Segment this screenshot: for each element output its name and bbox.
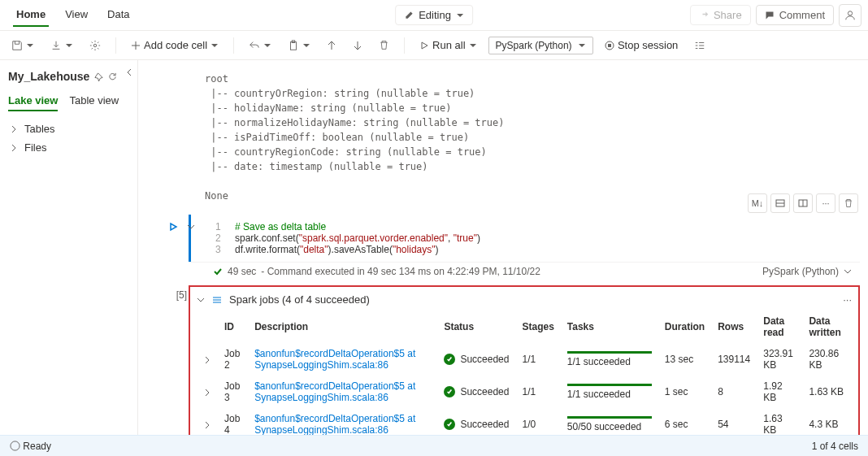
move-cell-down-button[interactable] [348, 37, 367, 54]
kernel-select[interactable]: PySpark (Python) [488, 37, 593, 54]
more-button[interactable]: ··· [816, 193, 835, 213]
clipboard-button[interactable] [283, 37, 315, 54]
tables-node[interactable]: Tables [8, 119, 129, 138]
panel-icon [775, 198, 785, 208]
job-description-link[interactable]: $anonfun$recordDeltaOperation$5 at Synap… [254, 348, 415, 371]
play-icon [419, 41, 429, 50]
pin-icon[interactable] [94, 72, 103, 81]
svg-rect-5 [608, 44, 611, 47]
delete-cell-button[interactable] [374, 37, 394, 54]
spark-jobs-header: Spark jobs (4 of 4 succeeded) [229, 293, 370, 306]
job-description-link[interactable]: $anonfun$recordDeltaOperation$5 at Synap… [254, 380, 415, 403]
sidebar: My_Lakehouse Lake view Table view Tables… [0, 60, 138, 435]
task-progress-bar [567, 416, 652, 419]
table-row: Job 2 $anonfun$recordDeltaOperation$5 at… [197, 343, 852, 376]
col-status[interactable]: Status [437, 311, 515, 343]
table-row: Job 4 $anonfun$recordDeltaOperation$5 at… [197, 408, 852, 435]
tab-view[interactable]: View [62, 3, 91, 27]
trash-icon [379, 40, 389, 50]
settings-button[interactable] [85, 37, 106, 54]
code-cell[interactable]: M↓ ··· 1# Save as delta table2spark.conf… [189, 215, 860, 262]
list-icon [694, 40, 705, 51]
svg-point-1 [93, 44, 97, 47]
spark-jobs-panel: Spark jobs (4 of 4 succeeded) ··· ID Des… [189, 285, 860, 435]
col-written[interactable]: Data written [802, 311, 852, 343]
chevron-down-icon [210, 41, 219, 50]
lake-view-tab[interactable]: Lake view [8, 91, 58, 111]
refresh-icon[interactable] [108, 72, 117, 81]
stop-session-button[interactable]: Stop session [600, 36, 683, 54]
tab-data[interactable]: Data [104, 3, 132, 27]
toggle-output-button[interactable] [770, 193, 790, 213]
play-icon [168, 222, 178, 232]
save-icon [11, 40, 23, 51]
col-desc[interactable]: Description [248, 311, 437, 343]
expand-row-button[interactable] [203, 386, 211, 397]
chevron-down-icon [469, 41, 477, 50]
people-icon [844, 10, 856, 21]
chevron-down-icon [578, 41, 586, 50]
people-button[interactable] [839, 4, 861, 27]
files-node[interactable]: Files [8, 138, 129, 157]
chevron-right-icon [10, 125, 18, 133]
collapse-sidebar-button[interactable] [124, 65, 134, 77]
stop-icon [605, 41, 614, 50]
job-description-link[interactable]: $anonfun$recordDeltaOperation$5 at Synap… [254, 413, 415, 435]
col-duration[interactable]: Duration [658, 311, 711, 343]
editing-mode-button[interactable]: Editing [395, 5, 473, 25]
svg-point-0 [848, 11, 852, 15]
status-cells: 1 of 4 cells [812, 441, 858, 452]
chevron-down-icon [263, 41, 271, 50]
chevron-down-icon [187, 223, 195, 231]
cell-execution-label: [5] [154, 289, 187, 301]
variable-explorer-button[interactable] [689, 37, 710, 54]
chevron-down-icon[interactable] [844, 267, 852, 276]
download-icon [50, 40, 62, 51]
chevron-down-icon[interactable] [197, 296, 205, 304]
move-cell-up-button[interactable] [322, 37, 341, 54]
spark-icon [211, 294, 223, 306]
run-all-button[interactable]: Run all [414, 36, 481, 54]
success-icon [444, 419, 455, 430]
chevron-down-icon [456, 11, 464, 20]
undo-button[interactable] [244, 37, 276, 54]
success-icon [444, 354, 455, 365]
run-cell-button[interactable] [168, 219, 195, 232]
col-id[interactable]: ID [218, 311, 248, 343]
editing-label: Editing [419, 9, 451, 21]
chevron-down-icon [65, 41, 73, 50]
notebook-main: root |-- countryOrRegion: string (nullab… [138, 60, 868, 435]
gear-icon [89, 40, 101, 51]
clipboard-icon [288, 40, 299, 51]
col-rows[interactable]: Rows [711, 311, 757, 343]
add-code-cell-button[interactable]: Add code cell [126, 36, 224, 54]
check-icon [213, 267, 223, 276]
chevron-left-icon [124, 67, 134, 77]
info-icon [10, 441, 20, 451]
toggle-input-button[interactable] [793, 193, 813, 213]
save-button[interactable] [7, 37, 39, 54]
markdown-toggle-button[interactable]: M↓ [748, 193, 767, 213]
trash-icon [844, 198, 853, 208]
expand-row-button[interactable] [203, 419, 211, 430]
chevron-down-icon [26, 41, 34, 50]
task-progress-bar [567, 351, 652, 354]
expand-row-button[interactable] [203, 354, 211, 365]
download-button[interactable] [46, 37, 78, 54]
svg-point-8 [11, 441, 20, 450]
tab-home[interactable]: Home [13, 3, 49, 27]
table-view-tab[interactable]: Table view [69, 91, 119, 111]
pencil-icon [404, 11, 414, 20]
status-ready: Ready [23, 441, 51, 452]
col-read[interactable]: Data read [757, 311, 802, 343]
spark-more-button[interactable]: ··· [843, 293, 852, 306]
delete-cell-button[interactable] [839, 193, 858, 213]
svg-rect-2 [291, 41, 297, 50]
col-stages[interactable]: Stages [515, 311, 560, 343]
comment-button[interactable]: Comment [756, 5, 834, 25]
share-button[interactable]: Share [690, 5, 751, 25]
task-progress-bar [567, 384, 652, 386]
undo-icon [249, 40, 260, 51]
lakehouse-title: My_Lakehouse [8, 67, 129, 91]
col-tasks[interactable]: Tasks [561, 311, 658, 343]
